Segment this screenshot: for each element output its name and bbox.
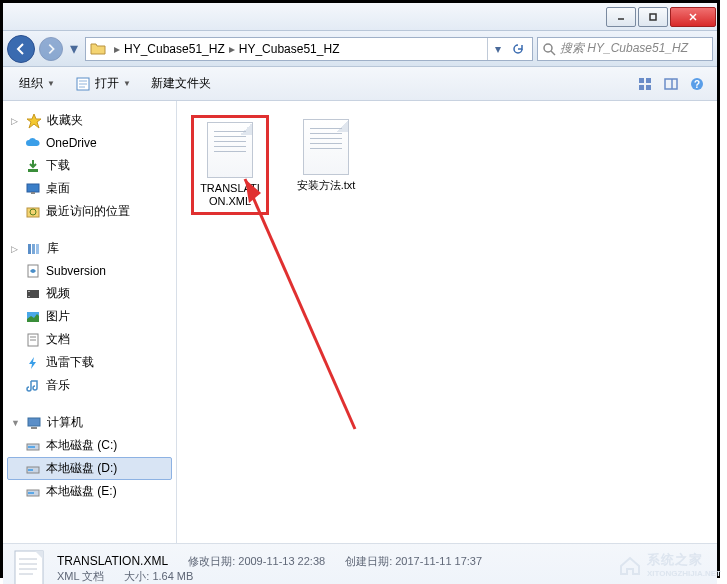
picture-icon xyxy=(25,309,41,325)
svg-rect-39 xyxy=(28,469,33,471)
sidebar-favorites-header[interactable]: ▷ 收藏夹 xyxy=(7,109,172,132)
new-folder-button[interactable]: 新建文件夹 xyxy=(143,71,219,96)
svg-rect-29 xyxy=(28,296,30,297)
svg-line-5 xyxy=(551,51,555,55)
title-bar xyxy=(3,3,717,31)
organize-button[interactable]: 组织▼ xyxy=(11,71,63,96)
svg-rect-10 xyxy=(639,78,644,83)
file-icon xyxy=(13,549,47,585)
svg-rect-24 xyxy=(32,244,35,254)
sidebar-item-downloads[interactable]: 下载 xyxy=(7,154,172,177)
breadcrumb-item[interactable]: HY_Cubase51_HZ xyxy=(124,42,225,56)
sidebar-item-recent[interactable]: 最近访问的位置 xyxy=(7,200,172,223)
sidebar-item-drive-c[interactable]: 本地磁盘 (C:) xyxy=(7,434,172,457)
sidebar-computer-header[interactable]: ▼ 计算机 xyxy=(7,411,172,434)
svg-rect-14 xyxy=(665,79,677,89)
address-bar[interactable]: ▸ HY_Cubase51_HZ ▸ HY_Cubase51_HZ ▾ xyxy=(85,37,533,61)
thunder-icon xyxy=(25,355,41,371)
desktop-icon xyxy=(25,181,41,197)
sidebar-item-video[interactable]: 视频 xyxy=(7,282,172,305)
file-icon xyxy=(303,119,349,175)
notepad-icon xyxy=(75,76,91,92)
nav-bar: ▾ ▸ HY_Cubase51_HZ ▸ HY_Cubase51_HZ ▾ 搜索… xyxy=(3,31,717,67)
content-pane[interactable]: TRANSLATION.XML 安装方法.txt xyxy=(177,101,717,543)
breadcrumb-item[interactable]: HY_Cubase51_HZ xyxy=(239,42,340,56)
sidebar-item-subversion[interactable]: Subversion xyxy=(7,260,172,282)
drive-icon xyxy=(25,484,41,500)
help-button[interactable]: ? xyxy=(685,72,709,96)
refresh-button[interactable] xyxy=(508,38,528,60)
details-type: XML 文档 xyxy=(57,569,104,584)
toolbar: 组织▼ 打开▼ 新建文件夹 ? xyxy=(3,67,717,101)
history-dropdown[interactable]: ▾ xyxy=(67,39,81,58)
svg-rect-11 xyxy=(646,78,651,83)
svg-rect-34 xyxy=(28,418,40,426)
expand-icon: ▼ xyxy=(11,418,21,428)
back-button[interactable] xyxy=(7,35,35,63)
subversion-icon xyxy=(25,263,41,279)
collapse-icon: ▷ xyxy=(11,244,21,254)
preview-pane-button[interactable] xyxy=(659,72,683,96)
maximize-button[interactable] xyxy=(638,7,668,27)
sidebar-item-drive-e[interactable]: 本地磁盘 (E:) xyxy=(7,480,172,503)
svg-rect-19 xyxy=(27,184,39,192)
file-name: TRANSLATION.XML xyxy=(198,182,262,208)
cloud-icon xyxy=(25,135,41,151)
svg-point-4 xyxy=(544,44,552,52)
search-placeholder: 搜索 HY_Cubase51_HZ xyxy=(560,40,688,57)
search-input[interactable]: 搜索 HY_Cubase51_HZ xyxy=(537,37,713,61)
sidebar: ▷ 收藏夹 OneDrive 下载 桌面 最近访问的位置 ▷ 库 Subvers… xyxy=(3,101,177,543)
download-icon xyxy=(25,158,41,174)
file-item-selected[interactable]: TRANSLATION.XML xyxy=(191,115,269,215)
svg-rect-25 xyxy=(36,244,39,254)
details-modified: 2009-11-13 22:38 xyxy=(238,555,325,567)
file-icon xyxy=(207,122,253,178)
sidebar-item-onedrive[interactable]: OneDrive xyxy=(7,132,172,154)
music-icon xyxy=(25,378,41,394)
minimize-button[interactable] xyxy=(606,7,636,27)
star-icon xyxy=(26,113,42,129)
svg-rect-12 xyxy=(639,85,644,90)
address-dropdown-button[interactable]: ▾ xyxy=(488,38,508,60)
svg-rect-35 xyxy=(31,427,37,429)
document-icon xyxy=(25,332,41,348)
sidebar-item-pictures[interactable]: 图片 xyxy=(7,305,172,328)
details-filename: TRANSLATION.XML xyxy=(57,554,168,569)
svg-text:?: ? xyxy=(694,79,700,90)
svg-rect-18 xyxy=(28,169,38,172)
computer-icon xyxy=(26,415,42,431)
drive-icon xyxy=(25,438,41,454)
sidebar-item-drive-d[interactable]: 本地磁盘 (D:) xyxy=(7,457,172,480)
explorer-window: ▾ ▸ HY_Cubase51_HZ ▸ HY_Cubase51_HZ ▾ 搜索… xyxy=(0,0,720,578)
svg-rect-41 xyxy=(28,492,34,494)
breadcrumb-sep-icon: ▸ xyxy=(229,42,235,56)
work-area: ▷ 收藏夹 OneDrive 下载 桌面 最近访问的位置 ▷ 库 Subvers… xyxy=(3,101,717,543)
svg-line-42 xyxy=(245,179,355,429)
open-button[interactable]: 打开▼ xyxy=(67,71,139,96)
forward-button[interactable] xyxy=(39,37,63,61)
sidebar-item-music[interactable]: 音乐 xyxy=(7,374,172,397)
sidebar-item-documents[interactable]: 文档 xyxy=(7,328,172,351)
sidebar-item-thunder[interactable]: 迅雷下载 xyxy=(7,351,172,374)
svg-rect-20 xyxy=(31,192,35,194)
search-icon xyxy=(542,42,556,56)
recent-icon xyxy=(25,204,41,220)
library-icon xyxy=(26,241,42,257)
file-item[interactable]: 安装方法.txt xyxy=(287,115,365,196)
video-icon xyxy=(25,286,41,302)
svg-rect-23 xyxy=(28,244,31,254)
svg-rect-1 xyxy=(650,14,656,20)
file-name: 安装方法.txt xyxy=(297,179,356,192)
view-options-button[interactable] xyxy=(633,72,657,96)
collapse-icon: ▷ xyxy=(11,116,21,126)
details-bar: TRANSLATION.XML 修改日期: 2009-11-13 22:38 创… xyxy=(3,543,717,584)
drive-icon xyxy=(25,461,41,477)
sidebar-libraries-header[interactable]: ▷ 库 xyxy=(7,237,172,260)
folder-icon xyxy=(90,41,106,57)
svg-rect-13 xyxy=(646,85,651,90)
close-button[interactable] xyxy=(670,7,716,27)
details-size: 1.64 MB xyxy=(152,570,193,582)
svg-rect-44 xyxy=(15,551,43,585)
sidebar-item-desktop[interactable]: 桌面 xyxy=(7,177,172,200)
svg-rect-37 xyxy=(28,446,35,448)
